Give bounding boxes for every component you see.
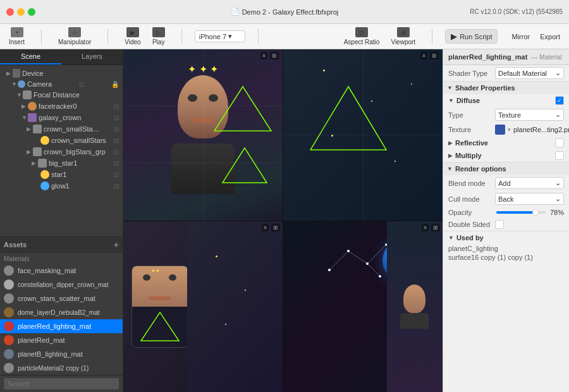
vp-bl-expand[interactable]: ⊞ xyxy=(271,224,280,231)
aspect-ratio-button[interactable]: ⊡ Aspect Ratio xyxy=(340,26,384,47)
main-area: Scene Layers ▶ Device ▼ Camera ⊡ 🔒 xyxy=(0,49,569,392)
tree-label-bigstars: crown_bigStars_grp xyxy=(44,148,106,156)
tree-label-glow1: glow1 xyxy=(51,182,70,190)
reflective-row: ▶ Reflective xyxy=(443,137,569,149)
rp-subtitle: — Material xyxy=(531,54,561,61)
type-row: Type Texture ⌄ xyxy=(443,107,569,123)
render-arrow: ▼ xyxy=(447,166,453,172)
list-item-planet-red[interactable]: planetRed_mat xyxy=(0,333,123,347)
cull-chevron-icon: ⌄ xyxy=(555,195,561,203)
vp-tl-expand[interactable]: ⊞ xyxy=(270,52,279,59)
diffuse-label: Diffuse xyxy=(456,97,480,104)
opacity-row: Opacity 78% xyxy=(443,207,569,218)
shader-type-dropdown[interactable]: Default Material ⌄ xyxy=(495,67,564,79)
blend-mode-dropdown[interactable]: Add ⌄ xyxy=(495,177,564,189)
tab-layers[interactable]: Layers xyxy=(61,49,123,64)
manipulator-button[interactable]: ⊹ Manipulator xyxy=(54,26,95,47)
mat-swatch-planet-b xyxy=(4,349,14,359)
blend-mode-row: Blend mode Add ⌄ xyxy=(443,175,569,191)
assets-label: Assets xyxy=(4,241,27,248)
search-input[interactable] xyxy=(4,378,119,389)
list-item-face-masking[interactable]: face_masking_mat xyxy=(0,264,123,278)
render-options-section: ▼ Render options Blend mode Add ⌄ Cull m… xyxy=(443,162,569,231)
device-selector[interactable]: iPhone 7 ▾ xyxy=(195,30,245,42)
insert-button[interactable]: ＋ Insert xyxy=(5,26,28,47)
multiply-arrow: ▶ xyxy=(448,152,453,159)
viewport-top-left[interactable]: ≡ ⊞ xyxy=(123,49,283,221)
svg-marker-1 xyxy=(223,148,267,183)
list-item-planer-red[interactable]: planerRed_lighting_mat xyxy=(0,319,123,333)
tree-item-bigstars[interactable]: ▶ crown_bigStars_grp ⊡ xyxy=(0,146,123,157)
multiply-label: Multiply xyxy=(455,152,482,159)
tex-arrow-icon: ▾ xyxy=(508,126,511,133)
viewport-bottom-left[interactable]: ≡ ⊞ ✦✦ xyxy=(123,221,283,393)
titlebar: 📄 Demo 2 - Galaxy Effect.fbfxproj RC v12… xyxy=(0,0,569,24)
diffuse-checkbox[interactable]: ✓ xyxy=(555,96,564,105)
diffuse-row: ▼ Diffuse ✓ xyxy=(443,94,569,107)
type-dropdown[interactable]: Texture ⌄ xyxy=(495,109,564,121)
vp-br-dots[interactable]: ≡ xyxy=(422,224,429,231)
shader-properties-header[interactable]: ▼ Shader Properties xyxy=(443,82,569,94)
used-by-header[interactable]: ▼ Used by xyxy=(448,234,564,242)
multiply-checkbox[interactable] xyxy=(555,151,564,160)
tree-item-facetracker[interactable]: ▶ facetracker0 ⊡ xyxy=(0,101,123,112)
tree-item-bigstar1[interactable]: ▶ big_star1 ⊡ xyxy=(0,157,123,169)
shader-type-section: Shader Type Default Material ⌄ xyxy=(443,65,569,82)
vp-tr-dots[interactable]: ≡ xyxy=(420,52,427,59)
tree-item-focal[interactable]: ▼ Focal Distance xyxy=(0,89,123,101)
opacity-label: Opacity xyxy=(448,209,493,216)
list-item-planet-b[interactable]: planetB_lighting_mat xyxy=(0,347,123,361)
tree-item-star1[interactable]: star1 ⊡ xyxy=(0,169,123,180)
tab-scene[interactable]: Scene xyxy=(0,49,61,64)
svg-marker-3 xyxy=(141,312,179,341)
viewport-top-right[interactable]: ≡ ⊞ xyxy=(283,49,443,221)
shader-properties-label: Shader Properties xyxy=(455,84,515,92)
svg-line-9 xyxy=(329,251,348,270)
viewport-button[interactable]: ⊞ Viewport xyxy=(387,26,419,47)
vp-bl-dots[interactable]: ≡ xyxy=(262,224,269,231)
camera-icon xyxy=(18,80,25,88)
minimize-button[interactable] xyxy=(17,8,25,16)
list-item-particle[interactable]: particleMaterial2 copy (1) xyxy=(0,361,123,375)
export-button[interactable]: Export xyxy=(536,32,564,42)
cull-mode-dropdown[interactable]: Back ⌄ xyxy=(495,193,564,205)
mat-swatch-planet-red xyxy=(4,335,14,345)
type-chevron-icon: ⌄ xyxy=(555,111,561,119)
add-asset-button[interactable]: + xyxy=(114,240,119,250)
video-button[interactable]: ▶ Video xyxy=(121,26,144,47)
list-item-dome[interactable]: dome_layerD_nebulaB2_mat xyxy=(0,305,123,319)
divider5 xyxy=(432,29,432,44)
vp-tr-expand[interactable]: ⊞ xyxy=(430,52,439,59)
mirror-button[interactable]: Mirror xyxy=(508,32,534,42)
assets-header[interactable]: Assets + xyxy=(0,237,123,252)
vp-tl-dots[interactable]: ≡ xyxy=(260,52,267,59)
star1-icon xyxy=(40,170,49,179)
tree-item-smallstars[interactable]: ▶ crown_smallStars_rotati… ⊡ xyxy=(0,123,123,135)
mat-swatch-constellation xyxy=(4,279,14,290)
double-sided-checkbox[interactable] xyxy=(495,220,504,229)
tree-item-galaxy-crown[interactable]: ▼ galaxy_crown ⊡ xyxy=(0,112,123,123)
device-icon xyxy=(13,69,20,78)
mat-swatch-crown xyxy=(4,293,14,303)
svg-marker-2 xyxy=(310,87,386,150)
chevron-down-icon: ⌄ xyxy=(555,69,561,77)
vp-br-expand[interactable]: ⊞ xyxy=(431,224,440,231)
reflective-checkbox[interactable] xyxy=(555,138,564,147)
viewport-bottom-right[interactable]: ≡ ⊞ xyxy=(283,221,443,393)
tree-item-smallstars2[interactable]: crown_smallStars ⊡ xyxy=(0,135,123,146)
list-item-constellation[interactable]: constellation_dipper_crown_mat xyxy=(0,278,123,291)
maximize-button[interactable] xyxy=(28,8,35,16)
multiply-row: ▶ Multiply xyxy=(443,149,569,162)
mat-swatch-face xyxy=(4,266,14,276)
smallstars2-icon xyxy=(40,136,49,145)
play-button[interactable]: ▷ Play xyxy=(149,26,169,47)
close-button[interactable] xyxy=(6,8,14,16)
tree-item-glow1[interactable]: glow1 ⊡ xyxy=(0,180,123,192)
opacity-slider[interactable] xyxy=(496,211,546,214)
tree-item-device[interactable]: ▶ Device xyxy=(0,68,123,79)
render-options-header[interactable]: ▼ Render options xyxy=(443,162,569,175)
svg-marker-0 xyxy=(214,87,271,131)
tree-item-camera[interactable]: ▼ Camera ⊡ 🔒 xyxy=(0,79,123,89)
list-item-crown-stars[interactable]: crown_stars_scatter_mat xyxy=(0,291,123,305)
run-script-button[interactable]: ▶ Run Script xyxy=(445,29,498,44)
